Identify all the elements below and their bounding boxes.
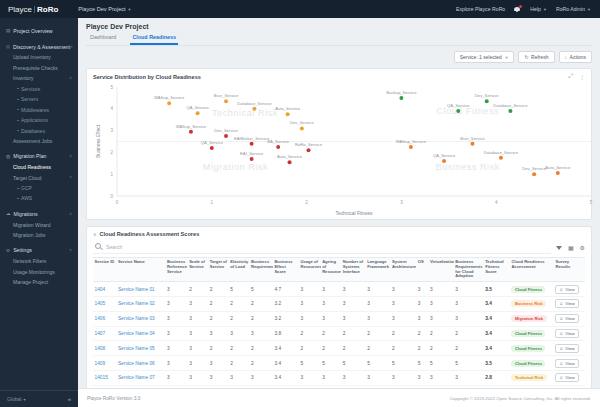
cell-service-name[interactable]: Service Name 02 (116, 297, 165, 312)
column-header[interactable]: Business Effect Score (273, 258, 299, 282)
cell-service-name[interactable]: Service Name 03 (116, 311, 165, 326)
app-logo[interactable]: Playce RoRo (8, 5, 58, 14)
cell-service-name[interactable]: Service Name 07 (116, 371, 165, 386)
view-button[interactable]: ≣View (555, 329, 578, 338)
data-point[interactable] (300, 126, 304, 130)
view-button[interactable]: ≣View (555, 314, 578, 323)
sidebar-item-migration-plan[interactable]: ▥Migration Plan∧ (0, 151, 78, 162)
data-point[interactable] (508, 109, 512, 113)
sidebar-collapse-icon[interactable]: « (68, 396, 71, 402)
data-point[interactable] (288, 160, 292, 164)
column-header[interactable]: Elasticity of Load (229, 258, 250, 282)
view-button[interactable]: ≣View (555, 373, 578, 382)
column-header[interactable]: Business Reference Service (166, 258, 188, 282)
column-header[interactable]: System Architecture (390, 258, 416, 282)
search-input[interactable] (106, 244, 549, 250)
cell-service-name[interactable]: Service Name 05 (116, 341, 165, 356)
sidebar-item-aws[interactable]: AWS (0, 193, 78, 203)
sidebar-item-manage-project[interactable]: Manage Project (0, 277, 78, 287)
cell-service-name[interactable]: Service Name 01 (116, 282, 165, 297)
sidebar-item-usage-monitorings[interactable]: Usage Monitorings (0, 266, 78, 276)
cell-service-name[interactable]: Service Name 06 (116, 356, 165, 371)
data-point[interactable] (456, 109, 460, 113)
data-point[interactable] (196, 111, 200, 115)
view-button[interactable]: ≣View (555, 359, 578, 368)
cell-service-id[interactable]: 1405 (93, 297, 116, 312)
cell-service-id[interactable]: 1406 (93, 311, 116, 326)
column-header[interactable]: Ageing of Resources (321, 258, 342, 282)
view-button[interactable]: ≣View (555, 344, 578, 353)
explore-link[interactable]: Explore Playce RoRo (456, 6, 505, 12)
column-header[interactable]: Business Requirements (249, 258, 272, 282)
sidebar-item-services[interactable]: Services (0, 84, 78, 94)
expand-icon[interactable]: ⤢ (568, 73, 573, 80)
column-header[interactable]: Technical Fitness Score (484, 258, 510, 282)
data-point[interactable] (409, 145, 413, 149)
sidebar-item-discovery-assessment[interactable]: ◎Discovery & Assessment∧ (0, 42, 78, 53)
language-selector[interactable]: Global ▾ (7, 396, 25, 402)
cell-service-id[interactable]: 1404 (93, 282, 116, 297)
notifications-bell-icon[interactable] (514, 6, 521, 13)
cell-service-id[interactable]: 1407 (93, 326, 116, 341)
column-header[interactable]: Scale of Service (188, 258, 209, 282)
data-point[interactable] (224, 99, 228, 103)
sidebar-item-migration-jobs[interactable]: Migration Jobs (0, 230, 78, 240)
data-point[interactable] (167, 101, 171, 105)
data-point[interactable] (471, 142, 475, 146)
data-point[interactable] (556, 171, 560, 175)
sidebar-item-target-cloud[interactable]: Target Cloud∧ (0, 172, 78, 182)
data-point[interactable] (306, 148, 310, 152)
view-button[interactable]: ≣View (555, 285, 578, 294)
data-point[interactable] (532, 172, 536, 176)
sidebar-item-applications[interactable]: Applications (0, 115, 78, 125)
column-header[interactable]: Survey Results (554, 258, 585, 282)
data-point[interactable] (499, 156, 503, 160)
project-selector[interactable]: Playce Dev Project ▼ (78, 6, 131, 12)
sidebar-item-inventory[interactable]: Inventory∧ (0, 73, 78, 83)
column-header[interactable]: Cloud Readiness Assessment (510, 258, 554, 282)
data-point[interactable] (252, 107, 256, 111)
sidebar-item-gcp[interactable]: GCP (0, 183, 78, 193)
columns-icon[interactable]: ▦ (568, 245, 574, 251)
data-point[interactable] (189, 130, 193, 134)
data-point[interactable] (224, 134, 228, 138)
cell-service-name[interactable]: Service Name 04 (116, 326, 165, 341)
filter-icon[interactable] (556, 245, 562, 251)
cell-service-id[interactable]: 14015 (93, 371, 116, 386)
data-point[interactable] (250, 142, 254, 146)
column-header[interactable]: OS (416, 258, 428, 282)
sidebar-item-cloud-readiness[interactable]: Cloud Readiness (0, 162, 78, 172)
sidebar-item-network-filters[interactable]: Network Filters (0, 256, 78, 266)
data-point[interactable] (399, 96, 403, 100)
data-point[interactable] (210, 146, 214, 150)
sidebar-item-assessment-jobs[interactable]: Assessment Jobs (0, 136, 78, 146)
settings-gear-icon[interactable]: ⚙ (580, 245, 585, 251)
sidebar-item-settings[interactable]: ⚙Settings∧ (0, 245, 78, 256)
more-options-icon[interactable]: ⋮ (579, 73, 585, 80)
column-header[interactable]: Service Name (116, 258, 165, 282)
data-point[interactable] (250, 157, 254, 161)
sidebar-item-upload-inventory[interactable]: Upload Inventory (0, 52, 78, 62)
actions-button[interactable]: ↓ Actions (559, 51, 592, 63)
column-header[interactable]: Service ID (93, 258, 116, 282)
sidebar-item-migration-wizard[interactable]: Migration Wizard (0, 219, 78, 229)
column-header[interactable]: Virtualization (428, 258, 453, 282)
cell-service-id[interactable]: 1409 (93, 356, 116, 371)
cell-service-id[interactable]: 1408 (93, 341, 116, 356)
column-header[interactable]: Number of Systems Interface (341, 258, 365, 282)
column-header[interactable]: Language Framework (366, 258, 391, 282)
sidebar-item-migrations[interactable]: ☁Migrations∧ (0, 209, 78, 220)
user-menu[interactable]: RoRo Admin▼ (556, 6, 591, 12)
tab-cloud-readiness[interactable]: Cloud Readiness (130, 34, 178, 45)
data-point[interactable] (286, 112, 290, 116)
column-header[interactable]: Business Requirements for Cloud Adoption (454, 258, 484, 282)
service-selector-dropdown[interactable]: Service: 1 selected ▼ (454, 51, 515, 63)
data-point[interactable] (276, 145, 280, 149)
sidebar-item-servers[interactable]: Servers (0, 94, 78, 104)
column-header[interactable]: Target of Service (208, 258, 229, 282)
collapse-chevron-icon[interactable]: ∨ (93, 232, 96, 237)
tab-dashboard[interactable]: Dashboard (88, 34, 118, 45)
sidebar-item-project-overview[interactable]: ▤Project Overview (0, 26, 78, 37)
data-point[interactable] (485, 99, 489, 103)
help-menu[interactable]: Help▼ (530, 6, 547, 12)
